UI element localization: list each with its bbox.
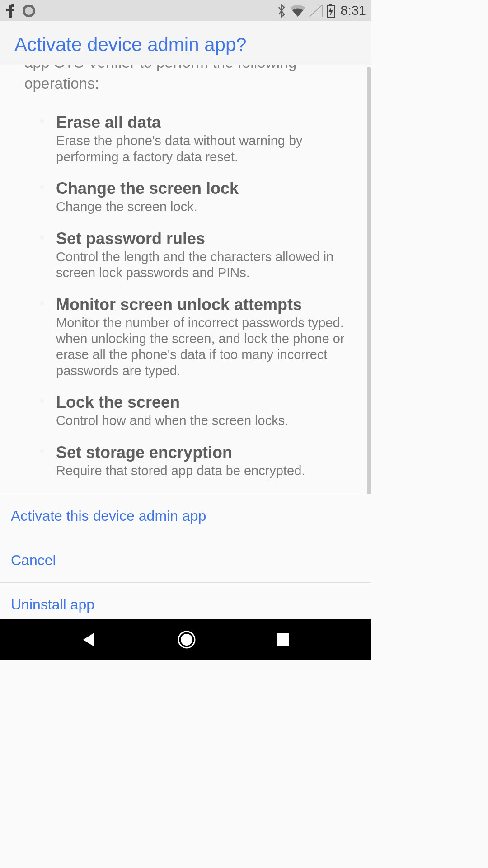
permission-desc: Control the length and the characters al…	[56, 249, 346, 281]
permission-item: Lock the screen Control how and when the…	[41, 392, 346, 429]
recent-apps-icon[interactable]	[276, 632, 290, 647]
page-title: Activate device admin app?	[14, 34, 356, 56]
permission-desc: Require that stored app data be encrypte…	[56, 463, 346, 479]
bluetooth-icon	[277, 4, 286, 18]
permission-desc: Change the screen lock.	[56, 199, 346, 215]
cancel-button[interactable]: Cancel	[0, 538, 371, 583]
permission-title: Change the screen lock	[56, 179, 346, 198]
svg-rect-4	[277, 633, 289, 646]
bullet-icon	[40, 301, 44, 306]
navigation-bar	[0, 619, 371, 660]
bullet-icon	[40, 399, 44, 403]
bullet-icon	[40, 119, 44, 123]
page-header: Activate device admin app?	[0, 21, 371, 65]
cellular-icon	[309, 5, 323, 17]
svg-point-3	[181, 634, 192, 646]
fi-icon	[5, 4, 16, 18]
intro-text: app CTS Verifier to perform the followin…	[24, 65, 346, 94]
permission-item: Set storage encryption Require that stor…	[41, 443, 346, 479]
status-clock: 8:31	[341, 3, 366, 18]
permission-title: Erase all data	[56, 113, 346, 132]
status-right: 8:31	[277, 3, 366, 18]
wifi-icon	[290, 5, 305, 17]
permission-list: Erase all data Erase the phone's data wi…	[24, 113, 346, 494]
battery-charging-icon	[326, 4, 335, 18]
content-scroll[interactable]: app CTS Verifier to perform the followin…	[0, 65, 371, 494]
permission-desc: Erase the phone's data without warning b…	[56, 133, 346, 165]
home-icon[interactable]	[177, 630, 197, 650]
permission-item: Set password rules Control the length an…	[41, 229, 346, 281]
permission-item: Erase all data Erase the phone's data wi…	[41, 113, 346, 165]
permission-desc: Control how and when the screen locks.	[56, 413, 346, 429]
permission-item: Change the screen lock Change the screen…	[41, 179, 346, 215]
bullet-icon	[40, 185, 44, 189]
permission-title: Set storage encryption	[56, 443, 346, 462]
status-bar: 8:31	[0, 0, 371, 21]
activate-button[interactable]: Activate this device admin app	[0, 494, 371, 538]
permission-item: Monitor screen unlock attempts Monitor t…	[41, 295, 346, 379]
notification-circle-icon	[23, 5, 35, 17]
action-bar: Activate this device admin app Cancel Un…	[0, 494, 371, 619]
scrollbar[interactable]	[367, 67, 371, 494]
bullet-icon	[40, 235, 44, 240]
permission-title: Monitor screen unlock attempts	[56, 295, 346, 314]
status-left	[5, 4, 35, 18]
permission-title: Set password rules	[56, 229, 346, 248]
bullet-icon	[40, 449, 44, 453]
back-icon[interactable]	[80, 631, 98, 648]
permission-item: Disable some screen lock features Preven…	[41, 492, 346, 494]
permission-desc: Monitor the number of incorrect password…	[56, 315, 346, 379]
uninstall-button[interactable]: Uninstall app	[0, 583, 371, 619]
permission-title: Lock the screen	[56, 392, 346, 412]
permission-title: Disable some screen lock features	[56, 492, 346, 494]
